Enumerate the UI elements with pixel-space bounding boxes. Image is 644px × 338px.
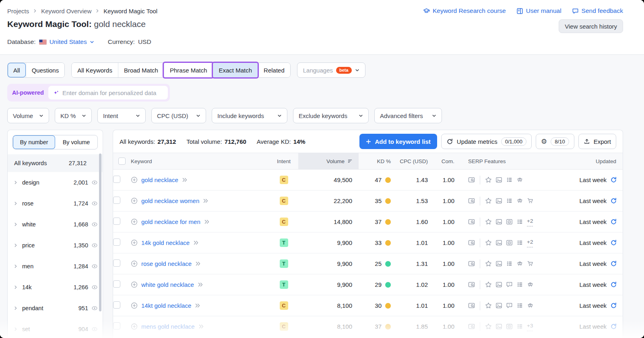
row-checkbox[interactable]	[113, 280, 120, 288]
update-metrics-button[interactable]: Update metrics 0/1,000	[441, 134, 532, 149]
serp-features-more[interactable]: +2	[527, 217, 533, 226]
open-keyword-icon[interactable]	[195, 303, 200, 308]
open-keyword-icon[interactable]	[198, 282, 203, 287]
sidebar-item-white[interactable]: white 1,668	[8, 214, 103, 235]
open-keyword-icon[interactable]	[204, 220, 210, 224]
row-checkbox[interactable]	[113, 176, 120, 183]
serp-preview-icon[interactable]	[468, 260, 475, 267]
row-checkbox[interactable]	[113, 238, 120, 246]
eye-icon[interactable]	[91, 305, 98, 311]
refresh-icon[interactable]	[610, 239, 617, 246]
row-checkbox[interactable]	[113, 259, 120, 267]
sidebar-item-pendant[interactable]: pendant 951	[8, 298, 103, 319]
view-search-history-button[interactable]: View search history	[559, 19, 623, 33]
sidebar-all-keywords[interactable]: All keywords 27,312	[8, 154, 103, 172]
tab-exact-match[interactable]: Exact Match	[213, 63, 258, 77]
refresh-icon[interactable]	[610, 302, 617, 309]
header-link[interactable]: Send feedback	[572, 7, 623, 15]
filter-dropdown-kd-[interactable]: KD %	[55, 108, 92, 123]
settings-button[interactable]: ⚙ 8/10	[536, 134, 574, 149]
tab-all[interactable]: All	[8, 63, 26, 77]
row-checkbox[interactable]	[113, 322, 120, 330]
keyword-link[interactable]: rose gold necklace	[141, 260, 192, 267]
eye-icon[interactable]	[91, 200, 98, 207]
add-keyword-icon[interactable]	[131, 197, 138, 204]
export-button[interactable]: Export	[578, 134, 616, 149]
eye-icon[interactable]	[91, 221, 98, 228]
add-keyword-icon[interactable]	[131, 302, 138, 309]
serp-preview-icon[interactable]	[468, 176, 475, 183]
eye-icon[interactable]	[91, 179, 98, 186]
row-checkbox[interactable]	[113, 301, 120, 309]
serp-preview-icon[interactable]	[468, 281, 475, 288]
sidebar-item-14k[interactable]: 14k 1,266	[8, 277, 103, 298]
sidebar-item-rose[interactable]: rose 1,724	[8, 193, 103, 214]
add-keyword-icon[interactable]	[131, 281, 138, 288]
select-all-checkbox[interactable]	[118, 158, 126, 165]
tab-related[interactable]: Related	[258, 63, 290, 77]
sidebar-scrollbar[interactable]	[99, 153, 101, 311]
open-keyword-icon[interactable]	[182, 178, 188, 182]
serp-preview-icon[interactable]	[468, 218, 475, 225]
eye-icon[interactable]	[91, 284, 98, 290]
sidebar-item-set[interactable]: set 904	[8, 319, 103, 338]
open-keyword-icon[interactable]	[193, 241, 199, 245]
serp-features-more[interactable]: +3	[527, 322, 533, 331]
filter-dropdown-advanced-filters[interactable]: Advanced filters	[374, 108, 442, 123]
add-keyword-icon[interactable]	[131, 260, 138, 267]
domain-input[interactable]	[62, 89, 163, 96]
sidebar-item-price[interactable]: price 1,350	[8, 235, 103, 256]
column-header-volume[interactable]: Volume	[298, 153, 359, 169]
row-checkbox[interactable]	[113, 197, 120, 204]
refresh-icon[interactable]	[610, 260, 617, 267]
eye-icon[interactable]	[91, 326, 98, 332]
header-link[interactable]: User manual	[516, 7, 561, 15]
filter-dropdown-include-keywords[interactable]: Include keywords	[212, 108, 287, 123]
tab-all-keywords[interactable]: All Keywords	[72, 63, 118, 77]
keyword-link[interactable]: white gold necklace	[141, 281, 194, 288]
add-keyword-icon[interactable]	[131, 176, 138, 183]
sidebar-item-design[interactable]: design 2,001	[8, 172, 103, 193]
tab-phrase-match[interactable]: Phrase Match	[164, 63, 213, 77]
sidebar-toggle-option[interactable]: By number	[13, 135, 55, 149]
open-keyword-icon[interactable]	[195, 261, 201, 266]
filter-dropdown-cpc-usd-[interactable]: CPC (USD)	[151, 108, 206, 123]
keyword-link[interactable]: gold necklace for men	[141, 218, 200, 225]
add-keyword-icon[interactable]	[131, 239, 138, 246]
filter-dropdown-exclude-keywords[interactable]: Exclude keywords	[293, 108, 369, 123]
breadcrumb-item[interactable]: Keyword Overview	[41, 8, 91, 15]
open-keyword-icon[interactable]	[198, 324, 204, 329]
keyword-link[interactable]: gold necklace women	[141, 197, 199, 204]
tab-questions[interactable]: Questions	[26, 63, 65, 77]
header-link[interactable]: Keyword Research course	[423, 7, 506, 15]
add-to-keyword-list-button[interactable]: Add to keyword list	[359, 134, 437, 149]
row-checkbox[interactable]	[113, 218, 120, 225]
tab-broad-match[interactable]: Broad Match	[118, 63, 164, 77]
open-keyword-icon[interactable]	[203, 199, 208, 203]
serp-features-more[interactable]: +2	[527, 238, 533, 247]
serp-preview-icon[interactable]	[468, 302, 475, 309]
database-selector[interactable]: United States	[39, 38, 94, 46]
eye-icon[interactable]	[91, 242, 98, 249]
keyword-link[interactable]: gold necklace	[141, 176, 178, 183]
serp-preview-icon[interactable]	[468, 239, 475, 246]
sidebar-toggle-option[interactable]: By volume	[55, 135, 97, 149]
refresh-icon[interactable]	[610, 323, 617, 330]
sidebar-item-men[interactable]: men 1,284	[8, 256, 103, 277]
keyword-link[interactable]: mens gold necklace	[141, 323, 195, 330]
refresh-icon[interactable]	[610, 197, 617, 204]
eye-icon[interactable]	[91, 263, 98, 270]
keyword-link[interactable]: 14kt gold necklace	[141, 302, 191, 309]
serp-preview-icon[interactable]	[468, 323, 475, 330]
add-keyword-icon[interactable]	[131, 218, 138, 225]
refresh-icon[interactable]	[610, 218, 617, 225]
breadcrumb-item[interactable]: Projects	[7, 8, 29, 15]
filter-dropdown-volume[interactable]: Volume	[7, 108, 49, 123]
filter-dropdown-intent[interactable]: Intent	[97, 108, 146, 123]
keyword-link[interactable]: 14k gold necklace	[141, 239, 190, 246]
languages-dropdown[interactable]: Languages beta	[297, 62, 365, 78]
refresh-icon[interactable]	[610, 281, 617, 288]
refresh-icon[interactable]	[610, 176, 617, 183]
serp-preview-icon[interactable]	[468, 197, 475, 204]
add-keyword-icon[interactable]	[131, 323, 138, 330]
